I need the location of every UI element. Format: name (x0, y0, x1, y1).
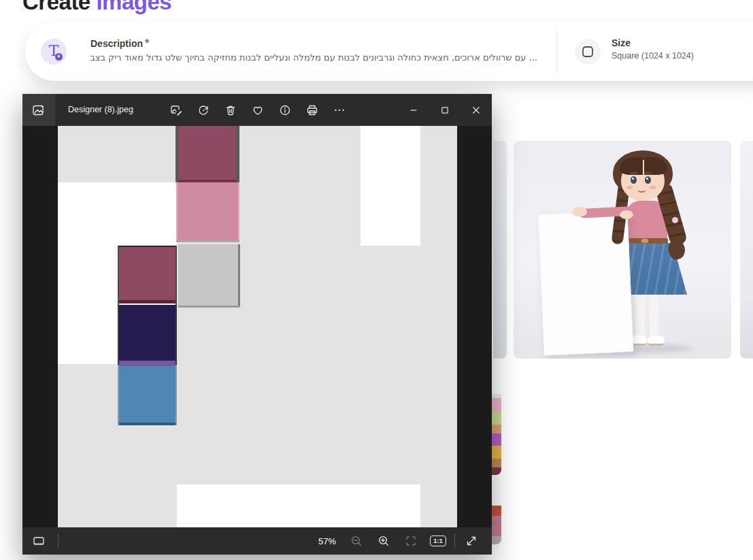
toolbar (163, 94, 353, 126)
titlebar[interactable]: Designer (8).jpeg (22, 94, 492, 126)
maximize-button[interactable] (429, 94, 461, 126)
image-color-block (176, 240, 239, 242)
image-color-block (178, 182, 238, 240)
image-color-block (361, 126, 420, 246)
image-color-block (179, 126, 236, 180)
palette-segment (492, 433, 501, 446)
fullscreen-icon (465, 534, 478, 548)
rotate-icon (197, 103, 210, 117)
image-color-block (119, 366, 175, 423)
close-button[interactable] (461, 94, 492, 126)
fit-to-window-icon (404, 534, 418, 548)
fullscreen-button[interactable] (458, 527, 485, 555)
photos-app-icon (22, 94, 55, 126)
zoom-in-icon (377, 534, 390, 548)
palette-segment (492, 398, 501, 412)
photo-canvas[interactable] (58, 126, 457, 527)
rotate-button[interactable] (190, 94, 217, 126)
zoom-level: 57% (318, 536, 336, 546)
image-color-block (238, 182, 239, 242)
page-title: Create Images (22, 0, 171, 15)
image-color-block (119, 423, 175, 425)
palette-segment (492, 459, 501, 467)
thumbnail-partial-palette-2[interactable] (492, 506, 501, 544)
trash-icon (224, 103, 237, 117)
minimize-icon (409, 106, 418, 114)
statusbar-divider (58, 533, 58, 548)
screen: Create Images T + Description* ... עם שר… (0, 0, 753, 560)
heart-icon (251, 103, 265, 117)
description-icon: T + (41, 39, 67, 65)
delete-button[interactable] (217, 94, 244, 126)
info-icon (278, 103, 292, 117)
statusbar-divider-2 (454, 533, 455, 548)
zoom-out-button[interactable] (343, 527, 370, 555)
size-icon (575, 39, 601, 65)
description-field[interactable]: Description* ... עם שרוולים ארוכים, חצאי… (90, 37, 539, 63)
page-title-accent: Images (96, 0, 171, 14)
maximize-icon (441, 106, 449, 114)
generated-image-girl-card[interactable] (514, 141, 731, 359)
required-asterisk: * (145, 37, 149, 49)
image-viewer (22, 126, 492, 527)
thumbnail-partial-left[interactable] (493, 141, 507, 359)
print-icon (305, 103, 319, 117)
image-color-block (178, 306, 240, 308)
see-more-button[interactable] (326, 94, 353, 126)
zoom-out-icon (350, 534, 363, 548)
palette-segment (492, 506, 501, 516)
image-color-block (119, 305, 175, 361)
image-color-block (175, 246, 177, 305)
print-button[interactable] (299, 94, 326, 126)
actual-size-button[interactable]: 1:1 (424, 527, 452, 555)
filmstrip-icon (32, 534, 46, 548)
thumbnail-partial-palette[interactable] (492, 394, 501, 475)
statusbar: 57% 1:1 (22, 527, 492, 555)
window-controls (398, 94, 492, 126)
size-value: Square (1024 x 1024) (612, 51, 694, 61)
image-color-block (177, 484, 420, 527)
image-color-block (119, 300, 175, 303)
description-value[interactable]: ... עם שרוולים ארוכים, חצאית כחולה וגרבי… (90, 52, 537, 63)
minimize-button[interactable] (398, 94, 429, 126)
close-icon (472, 106, 480, 114)
palette-segment (492, 516, 501, 536)
window-title: Designer (8).jpeg (68, 94, 133, 126)
palette-segment (492, 446, 501, 459)
edit-image-icon (169, 103, 183, 117)
more-icon (333, 103, 346, 117)
bar-divider (556, 31, 557, 73)
size-field[interactable]: Size Square (1024 x 1024) (612, 37, 694, 61)
palette-segment (492, 467, 501, 475)
info-button[interactable] (271, 94, 299, 126)
photos-app-window: Designer (8).jpeg (22, 94, 492, 555)
image-color-block (238, 244, 240, 306)
zoom-in-button[interactable] (370, 527, 397, 555)
thumbnail-partial-right[interactable] (740, 141, 753, 359)
palette-segment (492, 425, 501, 433)
square-shape-icon (582, 46, 594, 58)
image-color-block (236, 126, 239, 182)
edit-image-button[interactable] (163, 94, 190, 126)
actual-size-icon: 1:1 (430, 536, 446, 546)
image-color-block (175, 366, 177, 425)
size-label: Size (612, 37, 694, 48)
palette-segment (492, 412, 501, 425)
image-color-block (175, 305, 177, 365)
image-color-block (119, 361, 175, 366)
fit-to-window-button[interactable] (397, 527, 424, 555)
palette-segment (492, 536, 501, 544)
prompt-bar: T + Description* ... עם שרוולים ארוכים, … (25, 22, 753, 81)
image-color-block (119, 247, 175, 300)
description-label: Description (90, 38, 143, 49)
favorite-button[interactable] (244, 94, 271, 126)
text-add-icon: + (55, 53, 63, 61)
image-color-block (178, 244, 238, 306)
filmstrip-toggle-button[interactable] (25, 527, 52, 555)
